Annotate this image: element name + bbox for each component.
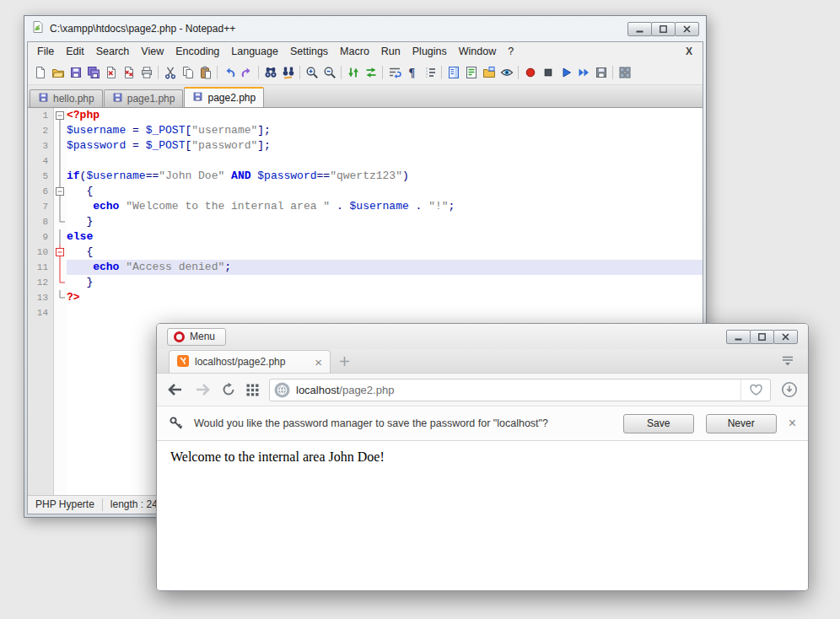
doc-switcher-icon[interactable] xyxy=(616,64,633,82)
code-line-11: 11 echo "Access denied"; xyxy=(28,260,703,275)
record-macro-icon[interactable] xyxy=(521,64,539,82)
menu-macro[interactable]: Macro xyxy=(334,43,375,60)
speed-dial-button[interactable] xyxy=(246,384,259,396)
save-password-button[interactable]: Save xyxy=(623,414,694,433)
line-number: 8 xyxy=(28,214,53,229)
zoom-in-icon[interactable] xyxy=(303,64,320,82)
sync-h-icon[interactable] xyxy=(362,64,380,82)
toolbar-separator xyxy=(299,66,300,79)
tab-title: localhost/page2.php xyxy=(195,356,309,368)
indent-guide-icon[interactable] xyxy=(421,64,439,82)
site-badge-globe-icon[interactable] xyxy=(274,382,290,398)
menu-edit[interactable]: Edit xyxy=(60,43,90,60)
tab-close-icon[interactable]: × xyxy=(315,356,322,369)
line-number: 10 xyxy=(28,245,53,260)
fold-margin-marker xyxy=(53,138,67,153)
save-macro-icon[interactable] xyxy=(592,64,610,82)
menu-settings[interactable]: Settings xyxy=(284,43,334,60)
doc-tab-hello.php[interactable]: hello.php xyxy=(30,89,103,107)
bookmark-heart-button[interactable] xyxy=(740,379,770,401)
line-number: 13 xyxy=(28,290,53,305)
file-saved-icon xyxy=(112,92,123,105)
stop-macro-icon[interactable] xyxy=(539,64,557,82)
address-field[interactable]: localhost/page2.php xyxy=(269,379,771,401)
undo-icon[interactable] xyxy=(220,64,238,82)
fold-margin-marker xyxy=(53,199,67,214)
menu-search[interactable]: Search xyxy=(90,43,136,60)
password-manager-infobar: Would you like the password manager to s… xyxy=(157,406,808,441)
line-number: 1 xyxy=(28,108,53,123)
address-path: /page2.php xyxy=(339,384,394,396)
svg-text:¶: ¶ xyxy=(408,67,415,79)
reload-button[interactable] xyxy=(221,382,236,397)
minimize-button[interactable] xyxy=(627,22,652,36)
close-all-icon[interactable] xyxy=(120,64,137,82)
new-file-icon[interactable] xyxy=(31,64,49,82)
close-button[interactable] xyxy=(675,22,699,36)
open-icon[interactable] xyxy=(49,64,67,82)
cut-icon[interactable] xyxy=(161,64,179,82)
folder-workspace-icon[interactable] xyxy=(480,64,498,82)
new-tab-button[interactable] xyxy=(339,356,350,367)
monitor-icon[interactable] xyxy=(498,64,515,82)
print-icon[interactable] xyxy=(137,64,155,82)
menu-close-x[interactable]: X xyxy=(679,46,699,57)
back-button[interactable] xyxy=(167,383,184,396)
redo-icon[interactable] xyxy=(238,64,256,82)
code-line-7: 7 echo "Welcome to the internal area " .… xyxy=(28,199,703,214)
opera-menu-button[interactable]: Menu xyxy=(167,328,226,346)
notepadpp-titlebar[interactable]: C:\xampp\htdocs\page2.php - Notepad++ xyxy=(24,16,706,41)
opera-close-button[interactable] xyxy=(773,330,798,344)
infobar-close-icon[interactable]: × xyxy=(789,417,796,430)
doc-map-icon[interactable] xyxy=(444,64,462,82)
opera-minimize-button[interactable] xyxy=(726,330,751,344)
toolbar: ¶ xyxy=(28,61,703,85)
menu-window[interactable]: Window xyxy=(453,43,502,60)
menu-file[interactable]: File xyxy=(31,43,60,60)
word-wrap-icon[interactable] xyxy=(385,64,403,82)
close-doc-icon[interactable] xyxy=(102,64,120,82)
menu-language[interactable]: Language xyxy=(225,43,284,60)
line-number: 12 xyxy=(28,275,53,290)
downloads-button[interactable] xyxy=(781,381,798,398)
find-icon[interactable] xyxy=(261,64,279,82)
menu-run[interactable]: Run xyxy=(375,43,407,60)
menu-encoding[interactable]: Encoding xyxy=(170,43,225,60)
function-list-icon[interactable] xyxy=(462,64,480,82)
doc-tab-page1.php[interactable]: page1.php xyxy=(104,89,184,107)
sync-v-icon[interactable] xyxy=(344,64,362,82)
save-all-icon[interactable] xyxy=(84,64,102,82)
fold-margin-marker[interactable] xyxy=(53,184,67,199)
code-line-4: 4 xyxy=(28,153,703,169)
opera-tab-strip: localhost/page2.php × xyxy=(157,349,808,374)
copy-icon[interactable] xyxy=(179,64,197,82)
zoom-out-icon[interactable] xyxy=(320,64,338,82)
menu-plugins[interactable]: Plugins xyxy=(407,43,453,60)
line-number: 11 xyxy=(28,260,53,275)
tab-localhost-page2[interactable]: localhost/page2.php × xyxy=(169,350,331,373)
doc-tab-page2.php[interactable]: page2.php xyxy=(184,87,264,107)
run-macro-multi-icon[interactable] xyxy=(574,64,592,82)
save-icon[interactable] xyxy=(67,64,84,82)
menu-help[interactable]: ? xyxy=(502,43,520,60)
replace-icon[interactable] xyxy=(279,64,297,82)
doc-tab-label: hello.php xyxy=(53,93,94,105)
opera-maximize-button[interactable] xyxy=(750,330,774,344)
maximize-button[interactable] xyxy=(651,22,676,36)
address-host: localhost xyxy=(296,384,339,396)
fold-margin-marker xyxy=(53,123,67,138)
fold-margin-marker[interactable] xyxy=(53,108,67,123)
play-macro-icon[interactable] xyxy=(557,64,574,82)
toolbar-separator xyxy=(441,66,442,79)
fold-margin-marker[interactable] xyxy=(53,245,67,260)
opera-top-bar[interactable]: Menu xyxy=(157,324,808,349)
show-symbols-icon[interactable]: ¶ xyxy=(403,64,421,82)
forward-button[interactable] xyxy=(194,383,211,396)
tab-menu-icon[interactable] xyxy=(781,355,794,367)
line-number: 4 xyxy=(28,153,53,169)
toolbar-separator xyxy=(341,66,342,79)
doc-tab-label: page1.php xyxy=(127,93,175,105)
menu-view[interactable]: View xyxy=(135,43,170,60)
never-save-button[interactable]: Never xyxy=(706,414,777,433)
paste-icon[interactable] xyxy=(197,64,214,82)
